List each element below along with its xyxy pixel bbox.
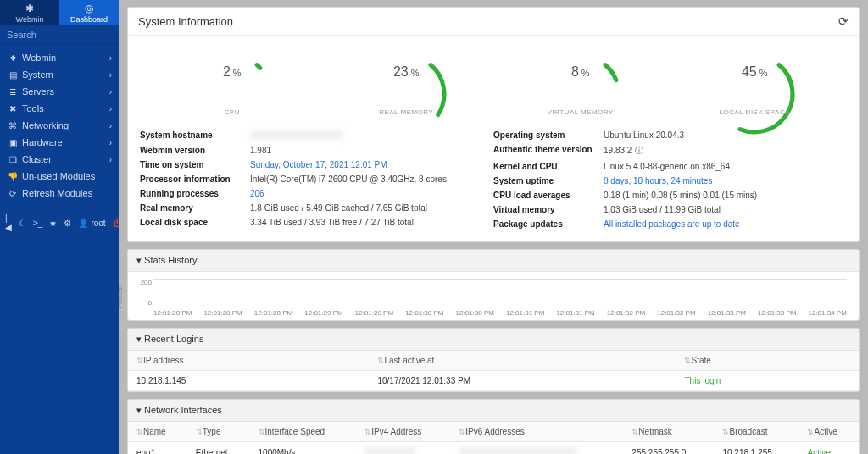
chevron-right-icon: › [109,121,112,130]
info-value: 1.981 [250,146,493,155]
xtick: 12:01:28 PM [203,309,242,317]
col-header[interactable]: IPv6 Addresses [450,422,623,442]
gauge-label: VIRTUAL MEMORY [548,108,614,116]
user-name: root [91,219,105,228]
gauge-percent: 23 % [359,64,453,80]
nav-icon: ❖ [7,53,19,63]
xtick: 12:01:29 PM [304,309,342,317]
tab-dashboard[interactable]: ◎ Dashboard [59,0,119,25]
info-row: Time on systemSunday, October 17, 2021 1… [140,158,493,172]
sidebar-item[interactable]: ⌘Networking› [0,117,119,134]
nav-icon: 👎 [7,172,19,181]
info-row: Processor informationIntel(R) Core(TM) i… [140,172,493,186]
section-head[interactable]: ▾ Stats History [128,250,859,272]
col-header[interactable]: Netmask [623,422,714,442]
gauges-row: 2 %CPU23 %REAL MEMORY8 %VIRTUAL MEMORY45… [128,36,859,125]
col-header[interactable]: Interface Speed [250,422,357,442]
gauge-percent: 2 % [186,64,279,80]
info-value: 1.8 GiB used / 5.49 GiB cached / 7.65 Gi… [250,203,493,213]
svg-point-1 [359,47,453,141]
cell-broadcast: 10.218.1.255 [714,442,798,455]
svg-point-2 [534,47,627,141]
nav-label: Un-used Modules [22,171,95,181]
col-state[interactable]: State [676,351,859,371]
info-key: Local disk space [140,218,250,227]
section-head[interactable]: ▾ Network Interfaces [128,400,859,422]
gauge-label: REAL MEMORY [379,108,433,116]
sidebar-bottom: |◀ ☾ >_ ★ ⚙ 👤 root ⏻ [0,210,119,235]
sidebar-item[interactable]: ▣Hardware› [0,134,119,151]
stats-plot [153,279,847,307]
terminal-icon[interactable]: >_ [33,219,42,228]
gauge-percent: 8 % [534,64,627,80]
user-badge[interactable]: 👤 root [78,219,105,228]
section-title: Stats History [144,255,197,265]
cell-type: Ethernet [187,442,250,455]
gauge: 23 %REAL MEMORY [359,47,453,116]
xtick: 12:01:30 PM [405,309,443,317]
info-row: Virtual memory1.03 GiB used / 11.99 GiB … [493,202,847,217]
night-icon[interactable]: ☾ [19,219,26,228]
nav-label: Networking [22,120,69,130]
info-row: Real memory1.8 GiB used / 5.49 GiB cache… [140,201,493,215]
cell-last: 10/17/2021 12:01:33 PM [369,371,676,391]
section-head[interactable]: ▾ Recent Logins [128,329,859,351]
info-value: 19.83.2ⓘ [604,145,847,157]
col-header[interactable]: IPv4 Address [356,422,450,442]
sidebar-item[interactable]: ❏Cluster› [0,151,119,168]
refresh-icon[interactable]: ⟳ [838,14,849,28]
info-value[interactable]: Sunday, October 17, 2021 12:01 PM [250,160,493,169]
sidebar-item[interactable]: ❖Webmin› [0,49,119,66]
sidebar-item[interactable]: ⟳Refresh Modules [0,185,119,202]
section-title: Network Interfaces [144,405,222,415]
sidebar-item[interactable]: 👎Un-used Modules [0,168,119,185]
user-icon: 👤 [78,219,88,228]
sidebar-item[interactable]: ▤System› [0,66,119,83]
tab-webmin[interactable]: ✱ Webmin [0,0,59,25]
gauge-percent: 45 % [708,64,801,80]
cell-ipv6 [450,442,623,455]
info-row: Webmin version1.981 [140,143,493,158]
info-key: Kernel and CPU [493,162,604,171]
nav-icon: ⌘ [7,121,19,130]
col-header[interactable]: Name [128,422,187,442]
nav-label: Webmin [22,53,56,63]
info-key: Virtual memory [493,205,604,214]
info-key: CPU load averages [493,191,604,200]
info-key: Running processes [140,189,250,198]
info-value[interactable]: 8 days, 10 hours, 24 minutes [604,176,847,185]
table-row: eno1 Ethernet 1000Mb/s 255.255.255.0 10.… [128,442,859,455]
info-value[interactable]: 206 [250,189,493,198]
recent-logins-table: IP address Last active at State 10.218.1… [128,351,859,391]
nav-label: Refresh Modules [22,188,92,198]
nav-label: Hardware [22,137,63,147]
network-interfaces-table: NameTypeInterface SpeedIPv4 AddressIPv6 … [128,422,859,454]
info-icon[interactable]: ⓘ [635,146,643,155]
col-header[interactable]: Active [798,422,859,442]
chevron-right-icon: › [109,87,112,97]
sidebar-item[interactable]: ✖Tools› [0,100,119,117]
info-row: CPU load averages0.18 (1 min) 0.08 (5 mi… [493,188,847,202]
cell-ip: 10.218.1.145 [128,371,369,391]
settings-icon[interactable]: ⚙ [64,219,71,228]
sidebar-item[interactable]: ≣Servers› [0,83,119,100]
xtick: 12:01:32 PM [657,309,695,317]
star-icon[interactable]: ★ [49,219,57,228]
col-ip[interactable]: IP address [128,351,369,371]
xtick: 12:01:31 PM [556,309,594,317]
xtick: 12:01:29 PM [355,309,393,317]
col-header[interactable]: Type [187,422,250,442]
info-key: Real memory [140,203,250,213]
cell-netmask: 255.255.255.0 [623,442,714,455]
collapse-icon[interactable]: |◀ [5,213,12,232]
col-last[interactable]: Last active at [369,351,676,371]
stats-ylabel: Process [119,284,124,308]
search-input[interactable] [7,30,124,40]
dashboard-icon: ◎ [85,3,93,14]
col-header[interactable]: Broadcast [714,422,798,442]
table-row: 10.218.1.145 10/17/2021 12:01:33 PM This… [128,371,859,391]
cell-name: eno1 [128,442,187,455]
info-value[interactable]: All installed packages are up to date [604,219,847,229]
main-content: System Information ⟳ 2 %CPU23 %REAL MEMO… [119,0,868,454]
xtick: 12:01:31 PM [506,309,544,317]
